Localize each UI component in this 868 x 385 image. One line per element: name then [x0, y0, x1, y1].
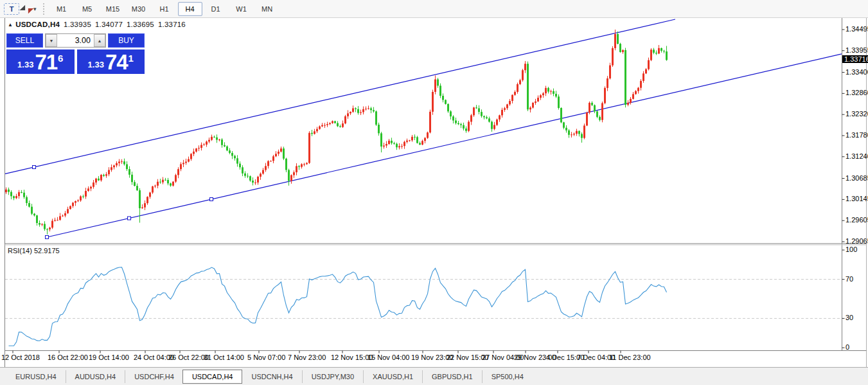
chart-tab-audusd[interactable]: AUDUSD,H4 [66, 370, 125, 383]
toolbar-grip[interactable] [43, 3, 44, 15]
price-axis-label: 1.31780 [846, 131, 868, 139]
symbol-triangle-icon: ▲ [8, 22, 13, 28]
volume-input[interactable] [57, 34, 94, 47]
buy-price-big: 74 [105, 53, 128, 72]
buy-price-small: 1.33 [88, 60, 104, 69]
price-axis-label: 1.33400 [846, 68, 868, 76]
chart-tab-usdchf[interactable]: USDCHF,H4 [125, 370, 183, 383]
text-label-tool-button[interactable]: T [4, 3, 19, 15]
timeframe-button-m5[interactable]: M5 [75, 2, 100, 16]
timeframe-button-h4[interactable]: H4 [178, 2, 202, 16]
mt4-window: T ▾ M1M5M15M30H1H4D1W1MN ▲USDCAD,H41.339… [0, 0, 868, 385]
date-axis-label: 12 Nov 15:00 [331, 354, 373, 361]
chart-tab-eurusd[interactable]: EURUSD,H4 [6, 370, 66, 383]
date-axis-label: 31 Oct 14:00 [204, 354, 244, 361]
symbol-ohlc-header: ▲USDCAD,H41.339351.340771.336951.33716 [8, 21, 186, 28]
date-axis-label: 12 Oct 2018 [1, 354, 40, 361]
price-axis-label: 1.29065 [846, 237, 868, 245]
price-axis-label: 1.33955 [846, 46, 868, 54]
chevron-down-icon: ▾ [33, 6, 37, 12]
timeframe-button-w1[interactable]: W1 [229, 2, 254, 16]
timeframe-button-d1[interactable]: D1 [204, 2, 228, 16]
volume-increase-button[interactable]: ▲ [94, 34, 105, 47]
sell-button[interactable]: SELL [6, 33, 43, 48]
date-axis-label: 11 Dec 23:00 [609, 354, 651, 361]
ohlc-high: 1.34077 [95, 21, 123, 28]
rsi-axis-label: 0 [846, 343, 849, 351]
price-axis-label: 1.30685 [846, 174, 868, 182]
sell-price-big: 71 [35, 53, 57, 72]
rsi-indicator-label: RSI(14) 52.9175 [8, 247, 60, 255]
channel-handle[interactable] [46, 236, 49, 239]
timeframe-button-m1[interactable]: M1 [49, 2, 74, 16]
buy-button[interactable]: BUY [108, 33, 145, 48]
ohlc-low: 1.33695 [127, 21, 154, 28]
timeframe-button-m15[interactable]: M15 [101, 2, 125, 16]
price-axis-label: 1.29605 [846, 216, 868, 224]
timeframe-button-m30[interactable]: M30 [127, 2, 151, 16]
volume-control: ▼ ▲ [45, 33, 106, 48]
chart-tab-bar: EURUSD,H4AUDUSD,H4USDCHF,H4USDCAD,H4USDC… [0, 367, 868, 385]
objects-tool-button[interactable]: ▾ [21, 2, 37, 16]
chart-tab-xauusd[interactable]: XAUUSD,H1 [363, 370, 422, 383]
sell-price-box[interactable]: 1.33 71 6 [6, 49, 75, 74]
price-axis-label: 1.32860 [846, 89, 868, 96]
price-axis-label: 1.34495 [846, 25, 868, 33]
volume-decrease-button[interactable]: ▼ [46, 34, 57, 47]
chart-tab-usdcnh[interactable]: USDCNH,H4 [242, 370, 301, 383]
timeframe-button-mn[interactable]: MN [255, 2, 279, 16]
rsi-axis-label: 30 [846, 314, 853, 321]
chart-tab-sp500[interactable]: SP500,H4 [482, 370, 533, 383]
timeframe-button-h1[interactable]: H1 [152, 2, 177, 16]
price-axis-label: 1.31240 [846, 152, 868, 160]
channel-handle[interactable] [128, 217, 131, 220]
top-toolbar: T ▾ M1M5M15M30H1H4D1W1MN [0, 0, 868, 18]
date-axis-label: 19 Oct 14:00 [89, 354, 129, 361]
buy-price-box[interactable]: 1.33 74 1 [77, 49, 145, 74]
channel-handle[interactable] [210, 198, 213, 201]
price-axis-label: 1.30145 [846, 195, 868, 202]
chart-tab-usdjpy[interactable]: USDJPY,M30 [302, 370, 363, 383]
chart-tab-gbpusd[interactable]: GBPUSD,H1 [422, 370, 482, 383]
timeframe-button-group: M1M5M15M30H1H4D1W1MN [49, 2, 280, 16]
rsi-axis-label: 70 [846, 275, 853, 283]
one-click-trading-panel: SELL ▼ ▲ BUY 1.33 71 6 1.33 74 1 [6, 33, 145, 74]
date-axis-label: 5 Nov 07:00 [247, 354, 285, 361]
symbol-name: USDCAD,H4 [15, 21, 60, 28]
price-axis-label: 1.32320 [846, 110, 868, 118]
channel-handle[interactable] [33, 166, 36, 169]
buy-price-sup: 1 [128, 53, 134, 64]
arrows-tool-icon [21, 4, 31, 13]
ohlc-open: 1.33935 [64, 21, 91, 28]
date-axis-label: 7 Nov 23:00 [288, 354, 326, 361]
current-price-label: 1.33716 [842, 55, 868, 63]
date-axis-label: 15 Nov 04:00 [368, 354, 409, 361]
rsi-axis-label: 100 [846, 246, 857, 253]
sell-price-small: 1.33 [17, 60, 33, 69]
ohlc-close: 1.33716 [158, 21, 186, 28]
date-axis-label: 16 Oct 22:00 [48, 354, 88, 361]
chart-tab-usdcad[interactable]: USDCAD,H4 [182, 370, 243, 384]
text-tool-icon: T [10, 5, 14, 13]
date-axis-label: 26 Oct 22:00 [168, 354, 209, 361]
sell-price-sup: 6 [58, 53, 63, 64]
